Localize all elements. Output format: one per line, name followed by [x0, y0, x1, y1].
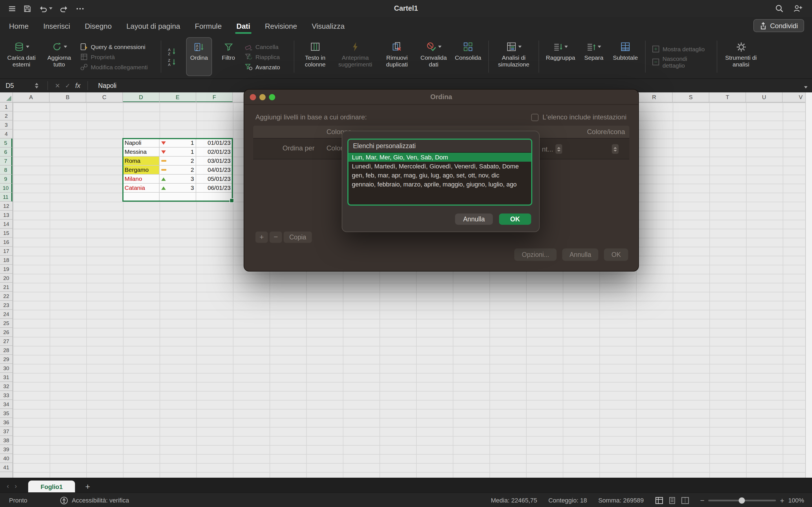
cell-date[interactable]: 04/01/23 [196, 166, 233, 175]
row-header-2[interactable]: 2 [0, 112, 12, 121]
row-header-19[interactable]: 19 [0, 265, 12, 274]
row-header-35[interactable]: 35 [0, 409, 12, 418]
column-header-S[interactable]: S [673, 93, 709, 103]
search-icon[interactable] [775, 4, 784, 13]
ribbon-modifica-collegamenti[interactable]: Modifica collegamenti [80, 63, 154, 71]
row-header-32[interactable]: 32 [0, 382, 12, 391]
ribbon-proprieta[interactable]: Proprietà [80, 53, 154, 61]
cell-date[interactable]: 02/01/23 [196, 148, 233, 157]
save-icon[interactable] [23, 4, 32, 13]
name-box-spinner-icon[interactable] [35, 83, 38, 89]
ribbon-anteprima-button[interactable]: Anteprima suggerimenti [335, 37, 375, 76]
column-header-F[interactable]: F [196, 93, 233, 103]
cell-city[interactable]: Napoli [123, 138, 160, 148]
row-header-33[interactable]: 33 [0, 391, 12, 400]
ribbon-separa-button[interactable]: Separa [581, 37, 607, 76]
zoom-window-icon[interactable] [269, 94, 275, 100]
ribbon-menu-icon[interactable] [8, 4, 16, 13]
insert-function-icon[interactable]: fx [73, 82, 83, 90]
zoom-slider[interactable] [709, 499, 776, 501]
row-header-17[interactable]: 17 [0, 247, 12, 256]
tab-layout-di-pagina[interactable]: Layout di pagina [126, 17, 180, 35]
row-header-27[interactable]: 27 [0, 337, 12, 346]
cell-empty[interactable] [196, 193, 233, 202]
remove-level-button[interactable]: − [269, 231, 282, 243]
cell-value[interactable]: 3 [160, 184, 196, 193]
sheet-tab-foglio1[interactable]: Foglio1 [28, 481, 75, 493]
close-window-icon[interactable] [250, 94, 256, 100]
cell-city[interactable]: Messina [123, 148, 160, 157]
tab-revisione[interactable]: Revisione [265, 17, 297, 35]
tab-formule[interactable]: Formule [195, 17, 221, 35]
cell-value[interactable]: 1 [160, 138, 196, 148]
lists-cancel-button[interactable]: Annulla [455, 214, 493, 225]
accessibility-status[interactable]: Accessibilità: verifica [60, 496, 129, 504]
lists-ok-button[interactable]: OK [499, 214, 531, 225]
row-header-13[interactable]: 13 [0, 211, 12, 220]
row-header-8[interactable]: 8 [0, 166, 12, 175]
column-header-U[interactable]: U [746, 93, 783, 103]
custom-list-item[interactable]: Lunedì, Martedì, Mercoledì, Giovedì, Ven… [349, 162, 531, 171]
cell-date[interactable]: 05/01/23 [196, 175, 233, 184]
custom-list-item[interactable]: gennaio, febbraio, marzo, aprile, maggio… [349, 180, 531, 189]
column-header-T[interactable]: T [709, 93, 746, 103]
row-header-30[interactable]: 30 [0, 364, 12, 373]
ribbon-nascondi-dettaglio[interactable]: Nascondi dettaglio [652, 55, 711, 68]
formula-input[interactable]: Napoli [98, 82, 116, 89]
row-header-16[interactable]: 16 [0, 238, 12, 247]
ribbon-subtotale-button[interactable]: Subtotale [612, 37, 639, 76]
minimize-window-icon[interactable] [259, 94, 266, 100]
share-user-icon[interactable] [793, 4, 803, 13]
row-header-7[interactable]: 7 [0, 157, 12, 166]
row-header-41[interactable]: 41 [0, 463, 12, 472]
cell-value[interactable]: 2 [160, 166, 196, 175]
normal-view-icon[interactable] [655, 497, 663, 504]
cell-value[interactable]: 3 [160, 175, 196, 184]
ribbon-aggiorna-button[interactable]: Aggiorna tutto [43, 37, 75, 76]
ribbon-testo-colonne-button[interactable]: Testo in colonne [301, 37, 330, 76]
page-layout-view-icon[interactable] [668, 497, 676, 504]
cancel-entry-icon[interactable]: ✕ [52, 82, 63, 89]
row-header-4[interactable]: 4 [0, 129, 12, 138]
row-header-24[interactable]: 24 [0, 310, 12, 319]
formula-bar-expand-icon[interactable] [804, 83, 808, 90]
add-sheet-button[interactable]: + [85, 482, 90, 491]
row-header-15[interactable]: 15 [0, 229, 12, 238]
sort-ok-button[interactable]: OK [604, 248, 628, 261]
select-all-corner[interactable] [0, 93, 13, 103]
column-header-R[interactable]: R [636, 93, 673, 103]
column-header-V[interactable]: V [783, 93, 805, 103]
row-header-10[interactable]: 10 [0, 184, 12, 193]
row-header-28[interactable]: 28 [0, 346, 12, 355]
sort-cancel-button[interactable]: Annulla [562, 248, 599, 261]
color-icon-dropdown-stepper[interactable] [612, 144, 619, 154]
ribbon-riapplica[interactable]: Riapplica [245, 53, 288, 61]
row-header-14[interactable]: 14 [0, 220, 12, 229]
row-header-36[interactable]: 36 [0, 418, 12, 427]
row-header-5[interactable]: 5 [0, 138, 12, 148]
row-header-11[interactable]: 11 [0, 193, 12, 202]
more-commands-icon[interactable] [75, 4, 85, 13]
row-header-40[interactable]: 40 [0, 454, 12, 463]
ribbon-convalida-dati-button[interactable]: Convalida dati [418, 37, 449, 76]
cell-date[interactable]: 03/01/23 [196, 157, 233, 166]
redo-icon[interactable] [59, 4, 69, 13]
tab-visualizza[interactable]: Visualizza [312, 17, 345, 35]
zoom-slider-knob[interactable] [739, 497, 745, 503]
ribbon-rimuovi-duplicati-button[interactable]: Rimuovi duplicati [380, 37, 413, 76]
column-header-C[interactable]: C [86, 93, 123, 103]
ribbon-strumenti-analisi-button[interactable]: Strumenti di analisi [723, 37, 758, 76]
undo-icon[interactable] [38, 4, 52, 13]
column-header-D[interactable]: D [123, 93, 160, 103]
share-button[interactable]: Condividi [753, 19, 804, 32]
row-header-23[interactable]: 23 [0, 301, 12, 310]
cell-city[interactable]: Milano [123, 175, 160, 184]
cell-city[interactable]: Roma [123, 157, 160, 166]
ribbon-carica-dati-button[interactable]: Carica dati esterni [4, 37, 38, 76]
cell-value[interactable]: 2 [160, 157, 196, 166]
row-header-34[interactable]: 34 [0, 400, 12, 409]
ribbon-consolida-button[interactable]: Consolida [454, 37, 482, 76]
sheet-nav-right-icon[interactable]: › [15, 482, 17, 490]
row-header-26[interactable]: 26 [0, 328, 12, 337]
sort-options-button[interactable]: Opzioni... [515, 248, 557, 261]
